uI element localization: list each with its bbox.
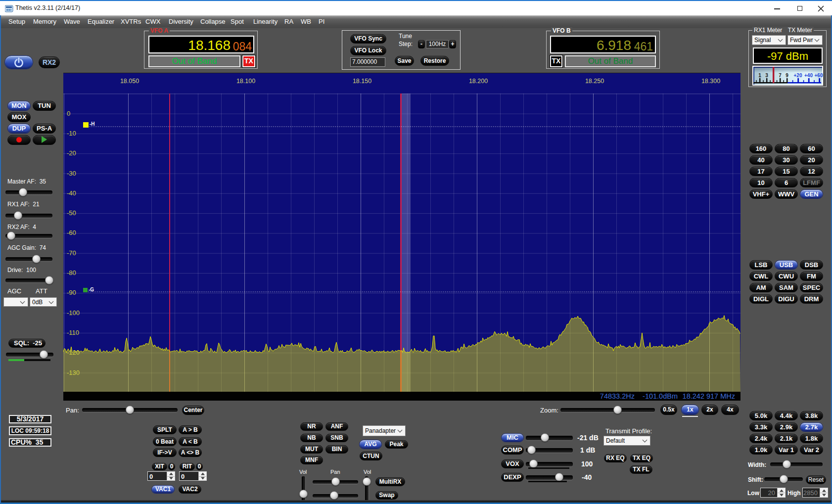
svg-text:-110: -110: [67, 329, 79, 336]
svg-text:18.242 917 MHz: 18.242 917 MHz: [683, 392, 735, 400]
svg-text:-H: -H: [90, 121, 95, 127]
svg-text:18.250: 18.250: [585, 78, 604, 85]
svg-text:1: 1: [758, 73, 761, 78]
svg-text:-G: -G: [89, 287, 94, 292]
svg-text:-70: -70: [67, 249, 76, 257]
svg-text:9: 9: [786, 73, 788, 78]
svg-text:0: 0: [67, 110, 70, 117]
svg-text:+60: +60: [815, 73, 823, 78]
svg-text:-130: -130: [67, 369, 80, 376]
svg-text:3: 3: [765, 73, 768, 78]
svg-text:18.100: 18.100: [236, 78, 255, 85]
svg-text:-10: -10: [67, 130, 76, 137]
svg-text:74833.2Hz: 74833.2Hz: [600, 392, 635, 400]
svg-text:-90: -90: [67, 289, 76, 296]
svg-text:-50: -50: [67, 209, 76, 217]
svg-text:18.050: 18.050: [120, 78, 139, 85]
svg-text:7: 7: [779, 73, 782, 78]
svg-text:-100: -100: [67, 309, 80, 317]
svg-text:+20: +20: [794, 73, 802, 78]
svg-text:-40: -40: [67, 189, 76, 197]
svg-text:-60: -60: [67, 229, 76, 236]
svg-text:-20: -20: [67, 149, 76, 157]
svg-text:-120: -120: [67, 349, 80, 356]
svg-text:18.300: 18.300: [701, 78, 720, 85]
svg-text:-80: -80: [67, 269, 76, 276]
svg-text:-30: -30: [67, 170, 76, 177]
svg-text:+40: +40: [804, 73, 813, 78]
svg-text:18.200: 18.200: [469, 78, 488, 85]
svg-text:18.150: 18.150: [353, 78, 371, 85]
svg-text:-101.0dBm: -101.0dBm: [643, 392, 678, 400]
